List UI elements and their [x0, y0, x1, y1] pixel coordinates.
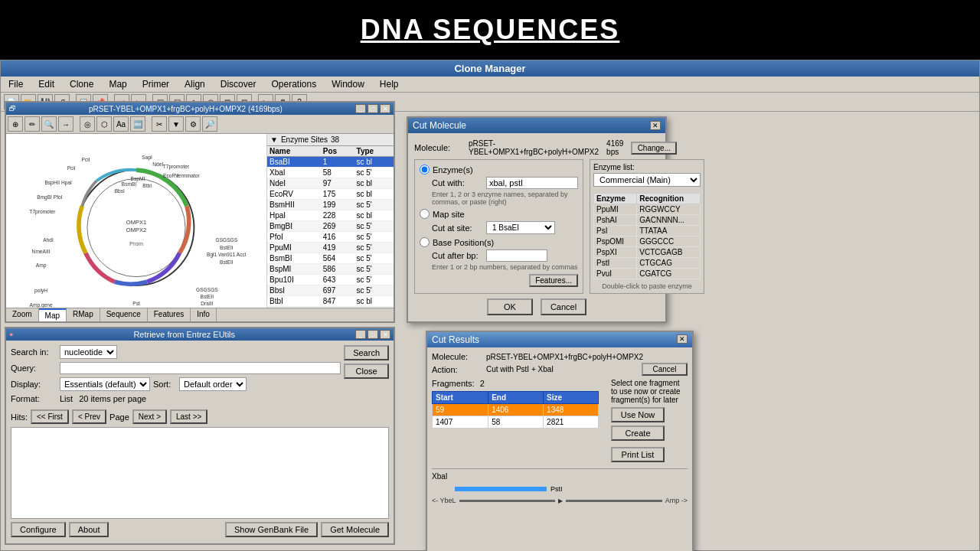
enzyme-radio[interactable] [420, 165, 430, 174]
change-button[interactable]: Change... [631, 142, 677, 155]
map-tool-7[interactable]: Aa [113, 116, 129, 132]
menu-window[interactable]: Window [328, 78, 368, 90]
fragment-row[interactable]: 1407582821 [433, 416, 599, 429]
prev-button[interactable]: < Prev [72, 409, 106, 424]
win-close[interactable]: ✕ [380, 104, 390, 113]
tab-features[interactable]: Features [148, 308, 191, 321]
map-tool-2[interactable]: ✏ [24, 116, 40, 132]
recognition-row[interactable]: PspXIVCTCGAGB [594, 247, 701, 258]
print-list-button[interactable]: Print List [611, 447, 665, 462]
get-molecule-button[interactable]: Get Molecule [321, 522, 389, 537]
ok-button[interactable]: OK [487, 298, 533, 315]
map-tool-3[interactable]: 🔍 [41, 116, 57, 132]
recognition-row[interactable]: PvuICGATCG [594, 269, 701, 279]
dna-tabs: Zoom Map RMap Sequence Features Info [6, 308, 394, 321]
last-button[interactable]: Last >> [170, 409, 207, 424]
tab-zoom[interactable]: Zoom [6, 308, 39, 321]
cm-title-text: Clone Manager [454, 63, 525, 74]
recognition-row[interactable]: PstICTGCAG [594, 258, 701, 269]
sort-select[interactable]: Default order [179, 377, 247, 391]
enzyme-table: Name Pos Type BsaBI1sc blXbaI58sc 5'NdeI… [267, 146, 394, 311]
enzyme-row[interactable]: BspMI586sc 5' [267, 264, 394, 275]
menu-map[interactable]: Map [106, 78, 129, 90]
basepos-option-label: Base Position(s) [433, 238, 494, 247]
cut-with-input[interactable] [486, 177, 578, 189]
map-tool-4[interactable]: → [58, 116, 74, 132]
enzyme-row[interactable]: Bpu10I643sc 5' [267, 275, 394, 285]
enzyme-row[interactable]: BsmHII199sc 5' [267, 200, 394, 210]
menu-align[interactable]: Align [181, 78, 208, 90]
about-button[interactable]: About [69, 522, 109, 537]
map-tool-5[interactable]: ◎ [80, 116, 95, 132]
tab-sequence[interactable]: Sequence [100, 308, 148, 321]
fragment-row[interactable]: 5914061348 [433, 404, 599, 416]
enzyme-row[interactable]: EcoRV175sc bl [267, 189, 394, 200]
cut-at-site-select[interactable]: 1 BsaEI [486, 221, 555, 234]
enzyme-row[interactable]: BbsI697sc 5' [267, 285, 394, 296]
enzyme-row[interactable]: BsaBI1sc bl [267, 157, 394, 168]
tab-info[interactable]: Info [191, 308, 217, 321]
enzyme-list-select[interactable]: Commercial (Main) [593, 173, 701, 187]
cut-after-bp-input[interactable] [486, 249, 547, 262]
recognition-row[interactable]: PspOMIGGGCCC [594, 236, 701, 247]
enzyme-row[interactable]: HpaI228sc bl [267, 210, 394, 221]
recognition-row[interactable]: PpuMIRGGWCCY [594, 204, 701, 215]
enzyme-row[interactable]: BmgBI269sc 5' [267, 221, 394, 232]
use-now-button[interactable]: Use Now [611, 407, 665, 422]
cut-molecule-close[interactable]: ✕ [650, 121, 661, 130]
configure-button[interactable]: Configure [11, 522, 66, 537]
map-tool-12[interactable]: 🔎 [202, 116, 217, 132]
cancel-button[interactable]: Cancel [541, 298, 586, 315]
search-button[interactable]: Search [344, 345, 389, 360]
close-button[interactable]: Close [344, 364, 389, 379]
create-button[interactable]: Create [611, 425, 665, 441]
enzyme-name: EcoRV [267, 189, 321, 200]
tab-map[interactable]: Map [39, 308, 67, 321]
map-tool-11[interactable]: ⚙ [185, 116, 201, 132]
enzyme-type: sc 5' [354, 285, 394, 296]
tab-rmap[interactable]: RMap [67, 308, 100, 321]
first-button[interactable]: << First [31, 409, 69, 424]
show-genbank-button[interactable]: Show GenBank File [225, 522, 318, 537]
enzyme-row[interactable]: PfoI416sc 5' [267, 232, 394, 243]
basepos-radio[interactable] [420, 237, 430, 247]
enzyme-type: sc bl [354, 178, 394, 189]
entrez-maximize[interactable]: □ [368, 330, 378, 339]
menu-edit[interactable]: Edit [35, 78, 57, 90]
features-button[interactable]: Features... [529, 274, 578, 287]
menu-help[interactable]: Help [377, 78, 402, 90]
cr-cancel-button[interactable]: Cancel [642, 363, 688, 376]
col-end: End [488, 392, 544, 404]
win-minimize[interactable]: _ [355, 104, 366, 113]
map-tool-1[interactable]: ⊕ [8, 116, 23, 132]
next-button[interactable]: Next > [132, 409, 167, 424]
search-in-select[interactable]: nucleotide [60, 345, 117, 359]
enzyme-row[interactable]: PpuMI419sc 5' [267, 243, 394, 253]
map-tool-10[interactable]: ▼ [168, 116, 184, 132]
map-tool-9[interactable]: ✂ [152, 116, 167, 132]
map-tool-6[interactable]: ⬡ [96, 116, 112, 132]
menu-clone[interactable]: Clone [67, 78, 96, 90]
svg-text:NmeAIII: NmeAIII [32, 249, 51, 254]
enzyme-row[interactable]: BsmBI564sc 5' [267, 253, 394, 264]
menu-operations[interactable]: Operations [268, 78, 319, 90]
enzyme-row[interactable]: BtbI847sc bl [267, 296, 394, 307]
recognition-row[interactable]: PshAIGACNNNN... [594, 215, 701, 226]
entrez-close[interactable]: ✕ [380, 330, 390, 339]
menu-file[interactable]: File [5, 78, 26, 90]
display-select[interactable]: Essentials (default) [60, 377, 150, 391]
recognition-row[interactable]: PsITTATAA [594, 226, 701, 236]
cr-molecule-value: pRSET-YBEL+OMPX1+frgBC+polyH+OMPX2 [486, 353, 643, 361]
menu-primer[interactable]: Primer [139, 78, 172, 90]
map-tool-8[interactable]: 🔤 [130, 116, 145, 132]
enzyme-name: BmgBI [267, 221, 321, 232]
query-input[interactable] [60, 362, 341, 374]
entrez-minimize[interactable]: _ [355, 330, 366, 339]
win-maximize[interactable]: □ [368, 104, 378, 113]
cut-results-close[interactable]: ✕ [677, 334, 688, 344]
frag-size: 2821 [544, 416, 599, 429]
enzyme-row[interactable]: NdeI97sc bl [267, 178, 394, 189]
mapsite-radio[interactable] [420, 209, 430, 219]
enzyme-row[interactable]: XbaI58sc 5' [267, 168, 394, 178]
menu-discover[interactable]: Discover [217, 78, 260, 90]
